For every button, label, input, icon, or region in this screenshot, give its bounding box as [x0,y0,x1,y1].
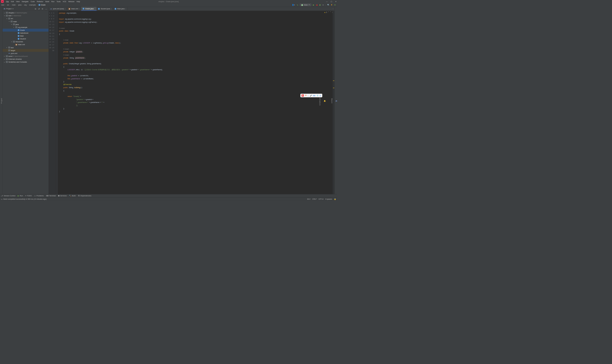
tree-node-main[interactable]: ▾main [3,20,49,23]
close-tab-icon[interactable]: × [125,8,126,10]
chevron-icon[interactable]: ▸ [3,61,5,63]
lock-icon[interactable]: 🔒 [334,198,336,200]
ime-toolbox-icon[interactable]: ⊞ [320,95,321,96]
tree-node-student[interactable]: ·CStudent [3,37,49,40]
editor-tab-main-java[interactable]: CMain.java× [113,7,128,11]
window-minimize-icon[interactable]: — [326,0,328,2]
update-icon[interactable]: ⬆ [331,4,333,6]
tool-run[interactable]: ▶Run [18,195,23,197]
settings-gear-icon[interactable]: ⚙ [41,8,44,10]
chevron-icon[interactable]: ▾ [8,21,10,22]
tool-services[interactable]: ⬣Services [58,195,67,197]
ime-skin-icon[interactable]: 👕 [316,95,319,96]
tree-node-external-libraries[interactable]: ▸External Libraries [3,58,49,60]
tool-build[interactable]: 🔨Build [69,195,76,197]
chevron-icon[interactable]: ▸ [3,58,5,60]
breadcrumb[interactable]: ssw› src› main› java› org› example› CGra… [1,4,46,6]
window-close-icon[interactable]: ✕ [335,0,337,2]
caret-pos[interactable]: 30:2 [307,198,310,200]
tree-node-pom-xml[interactable]: ·mpom.xml [3,52,49,55]
menu-edit[interactable]: Edit [10,0,15,2]
ime-keyboard-icon[interactable]: ⌨ [313,95,315,96]
ime-punct-icon[interactable]: •, [308,95,309,96]
menu-file[interactable]: File [5,0,10,2]
editor-tab-bean-xml[interactable]: ◆bean.xml× [67,7,81,11]
indent[interactable]: 4 spaces [325,198,332,200]
menu-view[interactable]: View [15,0,21,2]
ime-toolbar[interactable]: S 中 •, 🎤 ⌨ 👕 ⊞ [300,94,322,97]
menu-help[interactable]: Help [76,0,81,2]
ime-voice-icon[interactable]: 🎤 [310,95,312,96]
menu-refactor[interactable]: Refactor [36,0,44,2]
editor-tab-grade-java[interactable]: CGrade.java× [81,7,96,11]
status-icon[interactable]: ▭ [1,198,3,200]
chevron-icon[interactable]: ▸ [6,47,8,48]
tree-node-sunxl[interactable]: ▸sunxl E:\learn\sunxl\sunxl [3,55,49,58]
chevron-icon[interactable]: ▾ [3,15,5,16]
menu-window[interactable]: Window [67,0,75,2]
menu-code[interactable]: Code [30,0,36,2]
project-view-dropdown-icon[interactable]: ▼ [12,8,14,10]
tree-node-target[interactable]: ·target [3,49,49,52]
tool-vcs[interactable]: ⎇Version Control [1,195,15,197]
close-tab-icon[interactable]: × [95,8,95,10]
tree-node-resources[interactable]: ▾resources [3,40,49,43]
tree-node-scratches-and-consoles[interactable]: ▸Scratches and Consoles [3,60,49,63]
code-content[interactable]: package org.example; import org.apache.c… [58,11,333,194]
close-tab-icon[interactable]: × [65,8,66,10]
tree-node-org-example[interactable]: ▾org.example [3,26,49,29]
chevron-up-icon[interactable]: ˄ [328,11,329,13]
coverage-icon[interactable]: ◧ [319,4,321,6]
ime-lang[interactable]: 中 [305,94,307,97]
menu-vcs[interactable]: VCS [62,0,68,2]
menu-tools[interactable]: Tools [55,0,62,2]
chevron-down-icon[interactable]: ˅ [330,11,331,13]
ide-settings-icon[interactable]: ⚙ [334,4,336,6]
editor-tab-student-java[interactable]: CStudent.java× [97,7,113,11]
tree-node-ssw[interactable]: ▾ssw E:\learn\ssw [3,14,49,17]
user-icon[interactable]: 👤▾ [292,4,295,6]
tree-node-src[interactable]: ▾src [3,17,49,20]
tree-node-test[interactable]: ▸test [3,46,49,49]
chevron-icon[interactable]: ▸ [3,12,5,13]
run-config-selector[interactable]: ⬤Main▼ [300,4,311,6]
maven-icon[interactable]: m [336,100,337,102]
close-tab-icon[interactable]: × [111,8,112,10]
menu-build[interactable]: Build [44,0,50,2]
stop-icon[interactable]: ■ [323,4,324,6]
chevron-icon[interactable]: ▾ [6,18,8,19]
tool-project[interactable]: Project [0,98,2,104]
tool-dependencies[interactable]: ⛓Dependencies [78,195,91,197]
hide-icon[interactable]: — [45,8,48,10]
chevron-icon[interactable]: ▾ [11,41,13,42]
tree-node-java[interactable]: ▾java [3,23,49,26]
editor-tab-pom-xml-ssw-[interactable]: mpom.xml (ssw)× [49,7,67,11]
tool-problems[interactable]: ⚠Problems [34,195,44,197]
close-tab-icon[interactable]: × [79,8,80,10]
error-stripe[interactable] [333,11,334,194]
tree-node-main[interactable]: ·CMain [3,34,49,37]
tree-node-shujuku[interactable]: ▸shujuku E:\learn\shujuku [3,11,49,14]
run-icon[interactable]: ▶ [313,4,314,6]
project-tree[interactable]: ▸shujuku E:\learn\shujuku▾ssw E:\learn\s… [3,11,49,194]
expand-all-icon[interactable]: ⇵ [38,8,41,10]
tool-terminal[interactable]: ⌨Terminal [46,195,56,197]
select-opened-icon[interactable]: ⊞ [34,8,37,10]
chevron-icon[interactable]: ▾ [13,26,15,28]
inspection-widget[interactable]: 2 ˄ ˅ ⁝ [324,11,333,13]
window-maximize-icon[interactable]: ▢ [331,0,332,2]
tree-node-bean-xml[interactable]: ·◆bean.xml [3,43,49,46]
encoding[interactable]: UTF-8 [318,198,323,200]
tab-actions[interactable]: ⁝ [332,7,334,11]
menu-navigate[interactable]: Navigate [21,0,30,2]
tree-node-helloworld[interactable]: ·CHelloWorld [3,32,49,34]
tool-todo[interactable]: ≡TODO [25,195,32,197]
build-hammer-icon[interactable]: ↘ [297,4,298,6]
line-sep[interactable]: CRLF [312,198,317,200]
debug-icon[interactable]: 🐞 [316,4,318,6]
tree-node-grade[interactable]: ·CGrade [3,29,49,32]
menu-run[interactable]: Run [50,0,55,2]
chevron-icon[interactable]: ▾ [11,24,13,25]
chevron-icon[interactable]: ▸ [3,55,5,57]
fold-gutter[interactable] [55,11,58,194]
